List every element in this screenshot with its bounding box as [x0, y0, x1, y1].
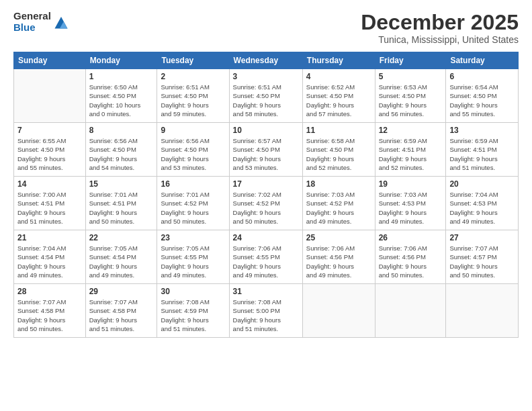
logo: General Blue — [13, 11, 69, 33]
day-number: 28 — [17, 287, 82, 296]
week-row-1: 1Sunrise: 6:50 AM Sunset: 4:50 PM Daylig… — [14, 69, 519, 123]
table-cell: 6Sunrise: 6:54 AM Sunset: 4:50 PM Daylig… — [446, 69, 519, 123]
day-info: Sunrise: 6:59 AM Sunset: 4:51 PM Dayligh… — [379, 136, 443, 172]
day-info: Sunrise: 7:04 AM Sunset: 4:53 PM Dayligh… — [449, 190, 515, 226]
table-cell: 17Sunrise: 7:02 AM Sunset: 4:52 PM Dayli… — [229, 177, 302, 230]
day-info: Sunrise: 6:53 AM Sunset: 4:50 PM Dayligh… — [379, 83, 443, 118]
table-cell: 22Sunrise: 7:05 AM Sunset: 4:54 PM Dayli… — [85, 230, 157, 284]
day-info: Sunrise: 7:06 AM Sunset: 4:56 PM Dayligh… — [306, 244, 371, 279]
week-row-5: 28Sunrise: 7:07 AM Sunset: 4:58 PM Dayli… — [14, 284, 519, 338]
logo-icon — [54, 15, 69, 30]
table-cell: 31Sunrise: 7:08 AM Sunset: 5:00 PM Dayli… — [229, 284, 302, 338]
day-info: Sunrise: 7:05 AM Sunset: 4:54 PM Dayligh… — [89, 244, 154, 279]
day-number: 30 — [161, 287, 225, 296]
title-block: December 2025 Tunica, Mississippi, Unite… — [361, 11, 519, 45]
header: General Blue December 2025 Tunica, Missi… — [13, 11, 519, 45]
table-cell: 21Sunrise: 7:04 AM Sunset: 4:54 PM Dayli… — [14, 230, 86, 284]
day-info: Sunrise: 7:08 AM Sunset: 5:00 PM Dayligh… — [233, 298, 299, 333]
day-number: 7 — [17, 126, 82, 135]
day-info: Sunrise: 7:02 AM Sunset: 4:52 PM Dayligh… — [233, 190, 299, 226]
day-number: 8 — [89, 126, 154, 135]
week-row-3: 14Sunrise: 7:00 AM Sunset: 4:51 PM Dayli… — [14, 177, 519, 230]
day-info: Sunrise: 6:51 AM Sunset: 4:50 PM Dayligh… — [161, 83, 225, 118]
day-info: Sunrise: 6:55 AM Sunset: 4:50 PM Dayligh… — [17, 136, 82, 172]
day-number: 20 — [449, 179, 515, 189]
day-number: 24 — [233, 233, 299, 242]
day-number: 23 — [161, 233, 225, 242]
day-info: Sunrise: 7:06 AM Sunset: 4:56 PM Dayligh… — [379, 244, 443, 279]
day-number: 12 — [379, 126, 443, 135]
day-info: Sunrise: 6:57 AM Sunset: 4:50 PM Dayligh… — [233, 136, 299, 172]
logo-general: General — [13, 11, 51, 22]
table-cell: 11Sunrise: 6:58 AM Sunset: 4:50 PM Dayli… — [302, 123, 375, 177]
day-info: Sunrise: 6:51 AM Sunset: 4:50 PM Dayligh… — [233, 83, 299, 118]
day-number: 15 — [89, 179, 154, 189]
day-number: 26 — [379, 233, 443, 242]
table-cell: 24Sunrise: 7:06 AM Sunset: 4:55 PM Dayli… — [229, 230, 302, 284]
week-row-4: 21Sunrise: 7:04 AM Sunset: 4:54 PM Dayli… — [14, 230, 519, 284]
table-cell: 16Sunrise: 7:01 AM Sunset: 4:52 PM Dayli… — [157, 177, 229, 230]
day-number: 9 — [161, 126, 225, 135]
day-number: 22 — [89, 233, 154, 242]
table-cell: 9Sunrise: 6:56 AM Sunset: 4:50 PM Daylig… — [157, 123, 229, 177]
table-cell: 3Sunrise: 6:51 AM Sunset: 4:50 PM Daylig… — [229, 69, 302, 123]
table-cell: 28Sunrise: 7:07 AM Sunset: 4:58 PM Dayli… — [14, 284, 86, 338]
table-cell: 23Sunrise: 7:05 AM Sunset: 4:55 PM Dayli… — [157, 230, 229, 284]
header-tuesday: Tuesday — [157, 52, 229, 69]
table-cell: 30Sunrise: 7:08 AM Sunset: 4:59 PM Dayli… — [157, 284, 229, 338]
day-number: 11 — [306, 126, 371, 135]
day-info: Sunrise: 7:01 AM Sunset: 4:52 PM Dayligh… — [161, 190, 225, 226]
day-number: 25 — [306, 233, 371, 242]
day-number: 16 — [161, 179, 225, 189]
logo-text: General Blue — [13, 11, 51, 33]
table-cell: 10Sunrise: 6:57 AM Sunset: 4:50 PM Dayli… — [229, 123, 302, 177]
day-info: Sunrise: 6:59 AM Sunset: 4:51 PM Dayligh… — [449, 136, 515, 172]
header-saturday: Saturday — [446, 52, 519, 69]
table-cell: 14Sunrise: 7:00 AM Sunset: 4:51 PM Dayli… — [14, 177, 86, 230]
header-monday: Monday — [85, 52, 157, 69]
day-number: 31 — [233, 287, 299, 296]
weekday-header-row: Sunday Monday Tuesday Wednesday Thursday… — [14, 52, 519, 69]
day-info: Sunrise: 7:01 AM Sunset: 4:51 PM Dayligh… — [89, 190, 154, 226]
table-cell: 2Sunrise: 6:51 AM Sunset: 4:50 PM Daylig… — [157, 69, 229, 123]
day-info: Sunrise: 7:03 AM Sunset: 4:53 PM Dayligh… — [379, 190, 443, 226]
day-info: Sunrise: 6:58 AM Sunset: 4:50 PM Dayligh… — [306, 136, 371, 172]
table-cell — [14, 69, 86, 123]
day-number: 27 — [449, 233, 515, 242]
table-cell: 26Sunrise: 7:06 AM Sunset: 4:56 PM Dayli… — [375, 230, 446, 284]
header-thursday: Thursday — [302, 52, 375, 69]
day-info: Sunrise: 7:04 AM Sunset: 4:54 PM Dayligh… — [17, 244, 82, 279]
table-cell: 29Sunrise: 7:07 AM Sunset: 4:58 PM Dayli… — [85, 284, 157, 338]
table-cell: 1Sunrise: 6:50 AM Sunset: 4:50 PM Daylig… — [85, 69, 157, 123]
table-cell: 19Sunrise: 7:03 AM Sunset: 4:53 PM Dayli… — [375, 177, 446, 230]
day-number: 2 — [161, 72, 225, 81]
day-info: Sunrise: 6:56 AM Sunset: 4:50 PM Dayligh… — [89, 136, 154, 172]
header-wednesday: Wednesday — [229, 52, 302, 69]
day-info: Sunrise: 7:07 AM Sunset: 4:58 PM Dayligh… — [89, 298, 154, 333]
table-cell: 12Sunrise: 6:59 AM Sunset: 4:51 PM Dayli… — [375, 123, 446, 177]
table-cell: 5Sunrise: 6:53 AM Sunset: 4:50 PM Daylig… — [375, 69, 446, 123]
week-row-2: 7Sunrise: 6:55 AM Sunset: 4:50 PM Daylig… — [14, 123, 519, 177]
table-cell: 18Sunrise: 7:03 AM Sunset: 4:52 PM Dayli… — [302, 177, 375, 230]
day-info: Sunrise: 7:07 AM Sunset: 4:58 PM Dayligh… — [17, 298, 82, 333]
day-number: 29 — [89, 287, 154, 296]
calendar-subtitle: Tunica, Mississippi, United States — [361, 34, 519, 45]
calendar-table: Sunday Monday Tuesday Wednesday Thursday… — [13, 52, 519, 338]
day-number: 18 — [306, 179, 371, 189]
day-number: 21 — [17, 233, 82, 242]
table-cell: 27Sunrise: 7:07 AM Sunset: 4:57 PM Dayli… — [446, 230, 519, 284]
day-info: Sunrise: 7:07 AM Sunset: 4:57 PM Dayligh… — [449, 244, 515, 279]
day-info: Sunrise: 6:50 AM Sunset: 4:50 PM Dayligh… — [89, 83, 154, 118]
day-number: 13 — [449, 126, 515, 135]
logo-blue: Blue — [13, 22, 51, 34]
day-info: Sunrise: 6:54 AM Sunset: 4:50 PM Dayligh… — [449, 83, 515, 118]
table-cell — [375, 284, 446, 338]
day-number: 14 — [17, 179, 82, 189]
table-cell: 13Sunrise: 6:59 AM Sunset: 4:51 PM Dayli… — [446, 123, 519, 177]
table-cell: 8Sunrise: 6:56 AM Sunset: 4:50 PM Daylig… — [85, 123, 157, 177]
table-cell: 4Sunrise: 6:52 AM Sunset: 4:50 PM Daylig… — [302, 69, 375, 123]
day-number: 3 — [233, 72, 299, 81]
day-number: 10 — [233, 126, 299, 135]
table-cell: 20Sunrise: 7:04 AM Sunset: 4:53 PM Dayli… — [446, 177, 519, 230]
day-info: Sunrise: 6:52 AM Sunset: 4:50 PM Dayligh… — [306, 83, 371, 118]
